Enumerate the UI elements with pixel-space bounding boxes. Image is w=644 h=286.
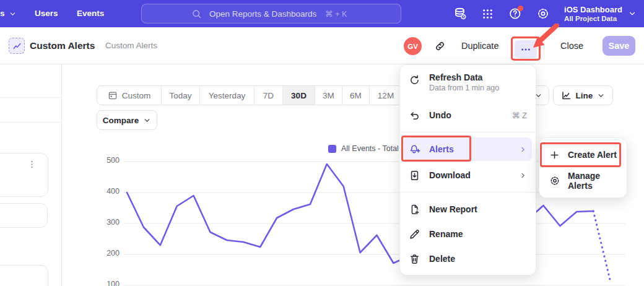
- sidebar-row-divider: [0, 97, 61, 98]
- chart-line-dotted: [593, 211, 610, 280]
- search-input[interactable]: Open Reports & Dashboards ⌘ + K: [141, 4, 401, 24]
- sidebar-row-divider: [0, 122, 61, 123]
- nav-partial-label: s: [0, 0, 5, 27]
- bell-plus-icon: [409, 143, 421, 155]
- settings-gear-icon[interactable]: [536, 7, 550, 20]
- share-link-icon[interactable]: [434, 40, 446, 52]
- menu-item-download[interactable]: Download: [400, 163, 536, 187]
- chevron-down-icon: [9, 10, 17, 18]
- range-30d-selected[interactable]: 30D: [283, 86, 315, 105]
- report-header: Custom Alerts Custom Alerts GV Duplicate…: [0, 27, 644, 64]
- menu-item-undo[interactable]: Undo ⌘ Z: [400, 103, 536, 127]
- project-name: iOS Dashboard: [564, 5, 622, 14]
- avatar[interactable]: GV: [404, 37, 422, 55]
- header-divider: [544, 37, 544, 55]
- refresh-data-age: Data from 1 min ago: [429, 84, 499, 92]
- menu-item-refresh-data[interactable]: Refresh Data Data from 1 min ago: [400, 71, 536, 100]
- menu-separator: [400, 132, 536, 132]
- refresh-icon: [409, 74, 421, 86]
- report-type-icon: [9, 38, 25, 54]
- sidebar-card[interactable]: [0, 203, 48, 228]
- submenu-chevron-icon: [519, 145, 527, 154]
- new-report-icon: [409, 204, 421, 215]
- download-icon: [409, 170, 421, 181]
- alerts-submenu: Create Alert Manage Alerts: [539, 137, 627, 198]
- save-button[interactable]: Save: [603, 36, 635, 56]
- undo-icon: [409, 110, 421, 121]
- compare-dropdown[interactable]: Compare: [97, 110, 157, 130]
- duplicate-button[interactable]: Duplicate: [461, 27, 498, 64]
- date-range-selector: Custom Today Yesterday 7D 30D 3M 6M 12M: [97, 85, 402, 105]
- submenu-item-create-alert[interactable]: Create Alert: [543, 143, 623, 167]
- nav-item-users[interactable]: Users: [35, 0, 58, 27]
- sidebar-card[interactable]: [0, 265, 48, 286]
- submenu-chevron-icon: [519, 171, 527, 180]
- search-placeholder: Open Reports & Dashboards: [209, 9, 316, 19]
- undo-shortcut: ⌘ Z: [511, 111, 527, 120]
- apps-grid-icon[interactable]: [481, 7, 494, 20]
- pencil-icon: [409, 228, 421, 240]
- range-3m[interactable]: 3M: [315, 86, 342, 105]
- page-title: Custom Alerts: [30, 27, 95, 64]
- submenu-item-manage-alerts[interactable]: Manage Alerts: [543, 169, 623, 193]
- trash-icon: [409, 253, 421, 265]
- kebab-menu-icon[interactable]: [27, 160, 37, 169]
- chevron-down-icon: [628, 9, 637, 18]
- chevron-down-icon: [143, 116, 151, 124]
- chart-type-dropdown[interactable]: Line: [553, 85, 613, 105]
- nav-item-events[interactable]: Events: [77, 0, 104, 27]
- close-button[interactable]: Close: [560, 27, 583, 64]
- nav-item-partial[interactable]: s: [0, 0, 17, 27]
- project-scope: All Project Data: [564, 14, 622, 23]
- project-selector[interactable]: iOS Dashboard All Project Data: [564, 5, 637, 23]
- menu-separator: [400, 192, 536, 193]
- ellipsis-icon: [520, 44, 531, 55]
- range-7d[interactable]: 7D: [255, 86, 283, 105]
- range-today[interactable]: Today: [162, 86, 200, 105]
- search-shortcut: ⌘ + K: [325, 9, 347, 19]
- gear-icon: [549, 175, 560, 186]
- more-options-button[interactable]: [515, 40, 537, 58]
- calendar-icon: [108, 90, 118, 100]
- help-icon[interactable]: [508, 7, 522, 20]
- plus-icon: [549, 150, 560, 160]
- search-icon: [191, 9, 202, 19]
- sidebar-card[interactable]: [0, 153, 48, 197]
- menu-item-rename[interactable]: Rename: [400, 222, 536, 246]
- breadcrumb: Custom Alerts: [105, 27, 157, 64]
- nav-right-group: iOS Dashboard All Project Data: [453, 0, 637, 27]
- range-custom[interactable]: Custom: [97, 86, 162, 105]
- data-management-icon[interactable]: [453, 7, 467, 20]
- more-options-menu: Refresh Data Data from 1 min ago Undo ⌘ …: [399, 64, 536, 275]
- menu-item-alerts[interactable]: Alerts: [404, 137, 532, 161]
- top-nav-bar: s Users Events Open Reports & Dashboards…: [0, 0, 644, 27]
- menu-item-new-report[interactable]: New Report: [400, 197, 536, 221]
- notification-dot: [518, 6, 523, 11]
- menu-item-delete[interactable]: Delete: [400, 247, 536, 271]
- line-chart-icon: [561, 90, 572, 101]
- chevron-down-icon: [597, 92, 605, 100]
- range-12m[interactable]: 12M: [370, 86, 402, 105]
- range-yesterday[interactable]: Yesterday: [200, 86, 255, 105]
- range-6m[interactable]: 6M: [342, 86, 370, 105]
